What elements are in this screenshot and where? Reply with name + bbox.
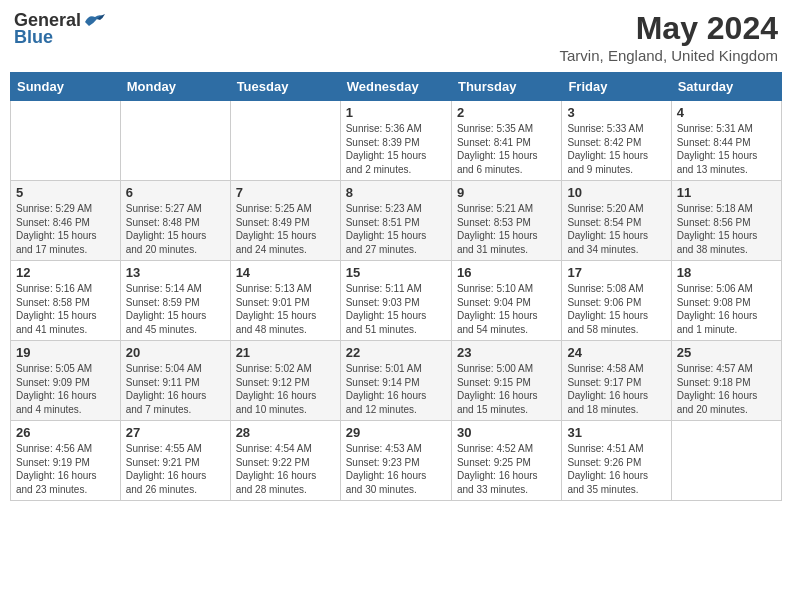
day-number: 3 bbox=[567, 105, 665, 120]
day-number: 1 bbox=[346, 105, 446, 120]
calendar-cell: 8Sunrise: 5:23 AM Sunset: 8:51 PM Daylig… bbox=[340, 181, 451, 261]
calendar-day-header: Thursday bbox=[451, 73, 561, 101]
day-info: Sunrise: 5:33 AM Sunset: 8:42 PM Dayligh… bbox=[567, 122, 665, 176]
calendar-week-row: 12Sunrise: 5:16 AM Sunset: 8:58 PM Dayli… bbox=[11, 261, 782, 341]
day-number: 28 bbox=[236, 425, 335, 440]
calendar-cell: 3Sunrise: 5:33 AM Sunset: 8:42 PM Daylig… bbox=[562, 101, 671, 181]
calendar-cell: 27Sunrise: 4:55 AM Sunset: 9:21 PM Dayli… bbox=[120, 421, 230, 501]
day-info: Sunrise: 5:35 AM Sunset: 8:41 PM Dayligh… bbox=[457, 122, 556, 176]
day-info: Sunrise: 5:10 AM Sunset: 9:04 PM Dayligh… bbox=[457, 282, 556, 336]
day-number: 6 bbox=[126, 185, 225, 200]
day-number: 31 bbox=[567, 425, 665, 440]
calendar-cell: 13Sunrise: 5:14 AM Sunset: 8:59 PM Dayli… bbox=[120, 261, 230, 341]
day-number: 15 bbox=[346, 265, 446, 280]
calendar-cell: 14Sunrise: 5:13 AM Sunset: 9:01 PM Dayli… bbox=[230, 261, 340, 341]
calendar-cell: 16Sunrise: 5:10 AM Sunset: 9:04 PM Dayli… bbox=[451, 261, 561, 341]
day-number: 17 bbox=[567, 265, 665, 280]
title-section: May 2024 Tarvin, England, United Kingdom bbox=[560, 10, 778, 64]
day-info: Sunrise: 4:54 AM Sunset: 9:22 PM Dayligh… bbox=[236, 442, 335, 496]
day-number: 7 bbox=[236, 185, 335, 200]
calendar-cell: 18Sunrise: 5:06 AM Sunset: 9:08 PM Dayli… bbox=[671, 261, 781, 341]
day-number: 29 bbox=[346, 425, 446, 440]
page-header: General Blue May 2024 Tarvin, England, U… bbox=[10, 10, 782, 64]
calendar-cell: 21Sunrise: 5:02 AM Sunset: 9:12 PM Dayli… bbox=[230, 341, 340, 421]
calendar-day-header: Monday bbox=[120, 73, 230, 101]
calendar-table: SundayMondayTuesdayWednesdayThursdayFrid… bbox=[10, 72, 782, 501]
day-info: Sunrise: 5:31 AM Sunset: 8:44 PM Dayligh… bbox=[677, 122, 776, 176]
calendar-body: 1Sunrise: 5:36 AM Sunset: 8:39 PM Daylig… bbox=[11, 101, 782, 501]
day-info: Sunrise: 5:06 AM Sunset: 9:08 PM Dayligh… bbox=[677, 282, 776, 336]
day-number: 23 bbox=[457, 345, 556, 360]
day-info: Sunrise: 5:16 AM Sunset: 8:58 PM Dayligh… bbox=[16, 282, 115, 336]
calendar-cell bbox=[671, 421, 781, 501]
day-info: Sunrise: 5:05 AM Sunset: 9:09 PM Dayligh… bbox=[16, 362, 115, 416]
day-info: Sunrise: 5:14 AM Sunset: 8:59 PM Dayligh… bbox=[126, 282, 225, 336]
logo-blue: Blue bbox=[14, 27, 53, 48]
day-info: Sunrise: 5:08 AM Sunset: 9:06 PM Dayligh… bbox=[567, 282, 665, 336]
calendar-cell bbox=[11, 101, 121, 181]
calendar-cell: 31Sunrise: 4:51 AM Sunset: 9:26 PM Dayli… bbox=[562, 421, 671, 501]
logo-bird-icon bbox=[83, 12, 105, 30]
calendar-cell: 30Sunrise: 4:52 AM Sunset: 9:25 PM Dayli… bbox=[451, 421, 561, 501]
calendar-cell: 17Sunrise: 5:08 AM Sunset: 9:06 PM Dayli… bbox=[562, 261, 671, 341]
calendar-cell: 19Sunrise: 5:05 AM Sunset: 9:09 PM Dayli… bbox=[11, 341, 121, 421]
calendar-cell: 20Sunrise: 5:04 AM Sunset: 9:11 PM Dayli… bbox=[120, 341, 230, 421]
calendar-cell: 5Sunrise: 5:29 AM Sunset: 8:46 PM Daylig… bbox=[11, 181, 121, 261]
calendar-day-header: Saturday bbox=[671, 73, 781, 101]
day-info: Sunrise: 5:25 AM Sunset: 8:49 PM Dayligh… bbox=[236, 202, 335, 256]
day-info: Sunrise: 5:27 AM Sunset: 8:48 PM Dayligh… bbox=[126, 202, 225, 256]
day-info: Sunrise: 5:13 AM Sunset: 9:01 PM Dayligh… bbox=[236, 282, 335, 336]
calendar-day-header: Wednesday bbox=[340, 73, 451, 101]
day-number: 13 bbox=[126, 265, 225, 280]
day-number: 10 bbox=[567, 185, 665, 200]
calendar-cell: 7Sunrise: 5:25 AM Sunset: 8:49 PM Daylig… bbox=[230, 181, 340, 261]
day-number: 21 bbox=[236, 345, 335, 360]
calendar-cell: 22Sunrise: 5:01 AM Sunset: 9:14 PM Dayli… bbox=[340, 341, 451, 421]
day-number: 14 bbox=[236, 265, 335, 280]
day-number: 18 bbox=[677, 265, 776, 280]
logo: General Blue bbox=[14, 10, 105, 48]
calendar-cell bbox=[120, 101, 230, 181]
day-number: 27 bbox=[126, 425, 225, 440]
day-number: 30 bbox=[457, 425, 556, 440]
day-number: 12 bbox=[16, 265, 115, 280]
day-info: Sunrise: 5:00 AM Sunset: 9:15 PM Dayligh… bbox=[457, 362, 556, 416]
calendar-cell: 6Sunrise: 5:27 AM Sunset: 8:48 PM Daylig… bbox=[120, 181, 230, 261]
calendar-cell: 15Sunrise: 5:11 AM Sunset: 9:03 PM Dayli… bbox=[340, 261, 451, 341]
day-number: 8 bbox=[346, 185, 446, 200]
day-info: Sunrise: 4:51 AM Sunset: 9:26 PM Dayligh… bbox=[567, 442, 665, 496]
day-number: 22 bbox=[346, 345, 446, 360]
calendar-day-header: Sunday bbox=[11, 73, 121, 101]
day-info: Sunrise: 4:53 AM Sunset: 9:23 PM Dayligh… bbox=[346, 442, 446, 496]
calendar-day-header: Tuesday bbox=[230, 73, 340, 101]
calendar-cell: 26Sunrise: 4:56 AM Sunset: 9:19 PM Dayli… bbox=[11, 421, 121, 501]
calendar-cell: 2Sunrise: 5:35 AM Sunset: 8:41 PM Daylig… bbox=[451, 101, 561, 181]
day-number: 4 bbox=[677, 105, 776, 120]
calendar-day-header: Friday bbox=[562, 73, 671, 101]
day-info: Sunrise: 4:56 AM Sunset: 9:19 PM Dayligh… bbox=[16, 442, 115, 496]
day-info: Sunrise: 5:11 AM Sunset: 9:03 PM Dayligh… bbox=[346, 282, 446, 336]
day-info: Sunrise: 4:57 AM Sunset: 9:18 PM Dayligh… bbox=[677, 362, 776, 416]
calendar-cell: 29Sunrise: 4:53 AM Sunset: 9:23 PM Dayli… bbox=[340, 421, 451, 501]
day-info: Sunrise: 5:21 AM Sunset: 8:53 PM Dayligh… bbox=[457, 202, 556, 256]
day-number: 19 bbox=[16, 345, 115, 360]
day-info: Sunrise: 5:18 AM Sunset: 8:56 PM Dayligh… bbox=[677, 202, 776, 256]
day-info: Sunrise: 5:23 AM Sunset: 8:51 PM Dayligh… bbox=[346, 202, 446, 256]
day-info: Sunrise: 5:04 AM Sunset: 9:11 PM Dayligh… bbox=[126, 362, 225, 416]
calendar-cell: 25Sunrise: 4:57 AM Sunset: 9:18 PM Dayli… bbox=[671, 341, 781, 421]
location-subtitle: Tarvin, England, United Kingdom bbox=[560, 47, 778, 64]
calendar-header-row: SundayMondayTuesdayWednesdayThursdayFrid… bbox=[11, 73, 782, 101]
day-number: 25 bbox=[677, 345, 776, 360]
calendar-cell: 12Sunrise: 5:16 AM Sunset: 8:58 PM Dayli… bbox=[11, 261, 121, 341]
calendar-cell bbox=[230, 101, 340, 181]
day-info: Sunrise: 4:55 AM Sunset: 9:21 PM Dayligh… bbox=[126, 442, 225, 496]
day-info: Sunrise: 4:52 AM Sunset: 9:25 PM Dayligh… bbox=[457, 442, 556, 496]
day-info: Sunrise: 5:01 AM Sunset: 9:14 PM Dayligh… bbox=[346, 362, 446, 416]
day-info: Sunrise: 5:36 AM Sunset: 8:39 PM Dayligh… bbox=[346, 122, 446, 176]
calendar-week-row: 5Sunrise: 5:29 AM Sunset: 8:46 PM Daylig… bbox=[11, 181, 782, 261]
calendar-week-row: 19Sunrise: 5:05 AM Sunset: 9:09 PM Dayli… bbox=[11, 341, 782, 421]
month-year-title: May 2024 bbox=[560, 10, 778, 47]
calendar-week-row: 1Sunrise: 5:36 AM Sunset: 8:39 PM Daylig… bbox=[11, 101, 782, 181]
day-info: Sunrise: 4:58 AM Sunset: 9:17 PM Dayligh… bbox=[567, 362, 665, 416]
calendar-week-row: 26Sunrise: 4:56 AM Sunset: 9:19 PM Dayli… bbox=[11, 421, 782, 501]
